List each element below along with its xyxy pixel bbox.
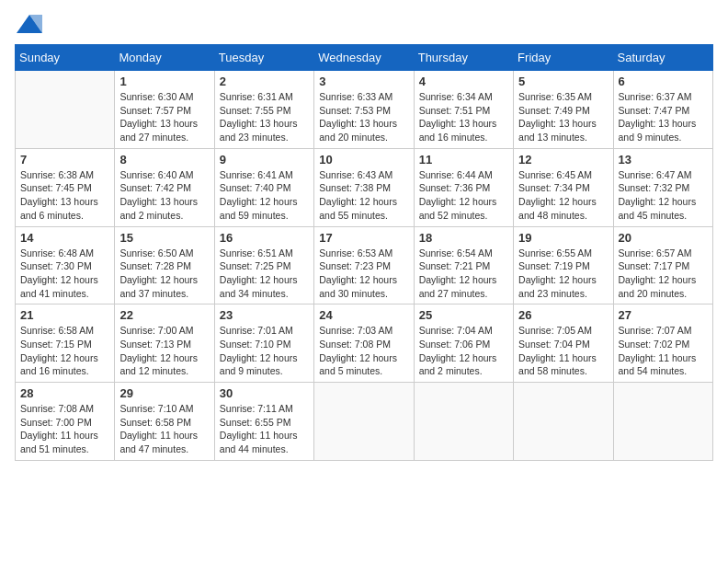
day-info: Sunrise: 7:10 AMSunset: 6:58 PMDaylight:… — [119, 402, 209, 456]
day-number: 24 — [319, 308, 408, 322]
day-number: 25 — [419, 308, 508, 322]
calendar-cell: 1Sunrise: 6:30 AMSunset: 7:57 PMDaylight… — [115, 71, 214, 149]
day-info: Sunrise: 6:45 AMSunset: 7:34 PMDaylight:… — [518, 168, 608, 223]
day-info: Sunrise: 6:37 AMSunset: 7:47 PMDaylight:… — [619, 90, 708, 144]
day-info: Sunrise: 6:58 AMSunset: 7:15 PMDaylight:… — [20, 324, 109, 378]
calendar-cell: 7Sunrise: 6:38 AMSunset: 7:45 PMDaylight… — [16, 148, 115, 226]
day-number: 15 — [119, 231, 209, 245]
day-info: Sunrise: 6:48 AMSunset: 7:30 PMDaylight:… — [20, 247, 109, 301]
calendar-cell: 2Sunrise: 6:31 AMSunset: 7:55 PMDaylight… — [214, 71, 313, 149]
calendar-cell: 16Sunrise: 6:51 AMSunset: 7:25 PMDayligh… — [214, 226, 313, 304]
calendar-cell — [16, 71, 115, 149]
calendar-cell: 25Sunrise: 7:04 AMSunset: 7:06 PMDayligh… — [414, 304, 513, 383]
calendar-cell: 26Sunrise: 7:05 AMSunset: 7:04 PMDayligh… — [514, 304, 613, 383]
day-info: Sunrise: 6:44 AMSunset: 7:36 PMDaylight:… — [419, 168, 508, 223]
logo — [15, 15, 42, 33]
calendar-cell: 20Sunrise: 6:57 AMSunset: 7:17 PMDayligh… — [613, 226, 712, 304]
logo-icon — [17, 15, 42, 33]
calendar-cell: 10Sunrise: 6:43 AMSunset: 7:38 PMDayligh… — [314, 148, 414, 226]
day-number: 26 — [518, 308, 608, 322]
day-info: Sunrise: 6:53 AMSunset: 7:23 PMDaylight:… — [319, 247, 408, 301]
calendar-cell: 11Sunrise: 6:44 AMSunset: 7:36 PMDayligh… — [414, 148, 513, 226]
page-header — [15, 15, 713, 33]
calendar-cell: 13Sunrise: 6:47 AMSunset: 7:32 PMDayligh… — [613, 148, 712, 226]
day-info: Sunrise: 6:41 AMSunset: 7:40 PMDaylight:… — [220, 168, 309, 223]
day-number: 19 — [518, 231, 608, 245]
calendar-cell — [613, 383, 712, 461]
calendar-cell: 29Sunrise: 7:10 AMSunset: 6:58 PMDayligh… — [115, 383, 214, 461]
calendar-cell: 21Sunrise: 6:58 AMSunset: 7:15 PMDayligh… — [16, 304, 115, 383]
day-info: Sunrise: 6:40 AMSunset: 7:42 PMDaylight:… — [119, 168, 209, 223]
calendar-cell: 18Sunrise: 6:54 AMSunset: 7:21 PMDayligh… — [414, 226, 513, 304]
day-info: Sunrise: 6:30 AMSunset: 7:57 PMDaylight:… — [119, 90, 209, 144]
day-info: Sunrise: 6:31 AMSunset: 7:55 PMDaylight:… — [220, 90, 309, 144]
calendar-day-header: Wednesday — [314, 45, 414, 71]
day-number: 14 — [20, 231, 109, 245]
day-number: 11 — [419, 153, 508, 167]
calendar-cell — [514, 383, 613, 461]
calendar-cell: 30Sunrise: 7:11 AMSunset: 6:55 PMDayligh… — [214, 383, 313, 461]
day-info: Sunrise: 7:08 AMSunset: 7:00 PMDaylight:… — [20, 402, 109, 456]
calendar-cell: 12Sunrise: 6:45 AMSunset: 7:34 PMDayligh… — [514, 148, 613, 226]
day-number: 20 — [619, 231, 708, 245]
calendar-cell: 24Sunrise: 7:03 AMSunset: 7:08 PMDayligh… — [314, 304, 414, 383]
calendar-cell: 23Sunrise: 7:01 AMSunset: 7:10 PMDayligh… — [214, 304, 313, 383]
day-number: 5 — [518, 75, 608, 88]
calendar-week-row: 7Sunrise: 6:38 AMSunset: 7:45 PMDaylight… — [16, 148, 713, 226]
calendar-cell: 15Sunrise: 6:50 AMSunset: 7:28 PMDayligh… — [115, 226, 214, 304]
calendar-day-header: Tuesday — [214, 45, 313, 71]
day-number: 28 — [20, 386, 109, 400]
calendar-week-row: 28Sunrise: 7:08 AMSunset: 7:00 PMDayligh… — [16, 383, 713, 461]
calendar-cell: 6Sunrise: 6:37 AMSunset: 7:47 PMDaylight… — [613, 71, 712, 149]
day-info: Sunrise: 6:33 AMSunset: 7:53 PMDaylight:… — [319, 90, 408, 144]
day-number: 29 — [119, 386, 209, 400]
day-info: Sunrise: 6:35 AMSunset: 7:49 PMDaylight:… — [518, 90, 608, 144]
day-number: 2 — [220, 75, 309, 88]
calendar-cell: 4Sunrise: 6:34 AMSunset: 7:51 PMDaylight… — [414, 71, 513, 149]
day-info: Sunrise: 7:01 AMSunset: 7:10 PMDaylight:… — [220, 324, 309, 378]
day-number: 16 — [220, 231, 309, 245]
day-info: Sunrise: 7:05 AMSunset: 7:04 PMDaylight:… — [518, 324, 608, 378]
day-info: Sunrise: 6:51 AMSunset: 7:25 PMDaylight:… — [220, 247, 309, 301]
calendar-day-header: Sunday — [16, 45, 115, 71]
day-number: 27 — [619, 308, 708, 322]
day-number: 23 — [220, 308, 309, 322]
day-number: 6 — [619, 75, 708, 88]
day-info: Sunrise: 6:47 AMSunset: 7:32 PMDaylight:… — [619, 168, 708, 223]
day-number: 21 — [20, 308, 109, 322]
day-info: Sunrise: 6:34 AMSunset: 7:51 PMDaylight:… — [419, 90, 508, 144]
day-number: 3 — [319, 75, 408, 88]
day-number: 1 — [119, 75, 209, 88]
day-number: 8 — [119, 153, 209, 167]
day-info: Sunrise: 6:38 AMSunset: 7:45 PMDaylight:… — [20, 168, 109, 223]
calendar-cell: 8Sunrise: 6:40 AMSunset: 7:42 PMDaylight… — [115, 148, 214, 226]
calendar-week-row: 14Sunrise: 6:48 AMSunset: 7:30 PMDayligh… — [16, 226, 713, 304]
calendar-header-row: SundayMondayTuesdayWednesdayThursdayFrid… — [16, 45, 713, 71]
day-info: Sunrise: 6:50 AMSunset: 7:28 PMDaylight:… — [119, 247, 209, 301]
calendar-cell: 19Sunrise: 6:55 AMSunset: 7:19 PMDayligh… — [514, 226, 613, 304]
day-info: Sunrise: 6:54 AMSunset: 7:21 PMDaylight:… — [419, 247, 508, 301]
day-number: 30 — [220, 386, 309, 400]
day-number: 12 — [518, 153, 608, 167]
day-info: Sunrise: 6:43 AMSunset: 7:38 PMDaylight:… — [319, 168, 408, 223]
day-info: Sunrise: 6:55 AMSunset: 7:19 PMDaylight:… — [518, 247, 608, 301]
calendar-day-header: Monday — [115, 45, 214, 71]
day-info: Sunrise: 7:07 AMSunset: 7:02 PMDaylight:… — [619, 324, 708, 378]
day-number: 4 — [419, 75, 508, 88]
calendar-cell: 3Sunrise: 6:33 AMSunset: 7:53 PMDaylight… — [314, 71, 414, 149]
day-number: 17 — [319, 231, 408, 245]
day-info: Sunrise: 7:11 AMSunset: 6:55 PMDaylight:… — [220, 402, 309, 456]
calendar-week-row: 1Sunrise: 6:30 AMSunset: 7:57 PMDaylight… — [16, 71, 713, 149]
calendar-cell: 14Sunrise: 6:48 AMSunset: 7:30 PMDayligh… — [16, 226, 115, 304]
calendar-cell: 28Sunrise: 7:08 AMSunset: 7:00 PMDayligh… — [16, 383, 115, 461]
calendar-day-header: Saturday — [613, 45, 712, 71]
day-number: 22 — [119, 308, 209, 322]
calendar-cell — [414, 383, 513, 461]
calendar-cell: 5Sunrise: 6:35 AMSunset: 7:49 PMDaylight… — [514, 71, 613, 149]
calendar-day-header: Friday — [514, 45, 613, 71]
day-number: 10 — [319, 153, 408, 167]
calendar-cell: 22Sunrise: 7:00 AMSunset: 7:13 PMDayligh… — [115, 304, 214, 383]
day-info: Sunrise: 7:04 AMSunset: 7:06 PMDaylight:… — [419, 324, 508, 378]
day-number: 13 — [619, 153, 708, 167]
day-number: 9 — [220, 153, 309, 167]
